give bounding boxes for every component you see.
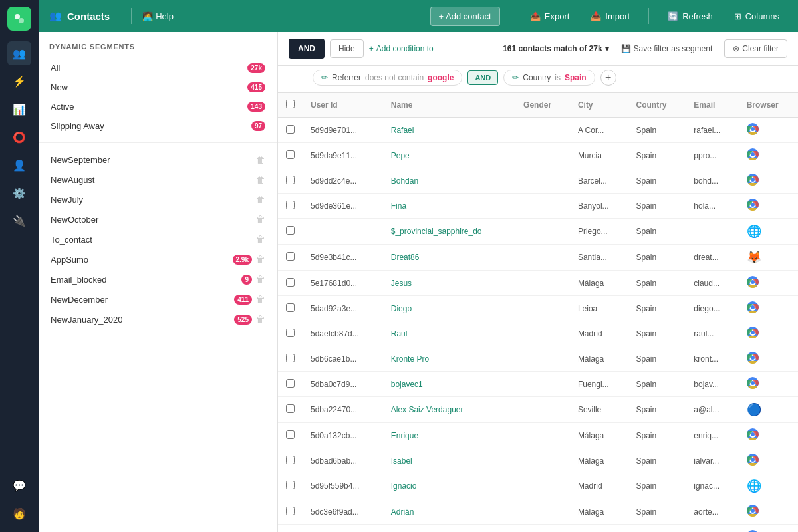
trash-icon[interactable]: 🗑 [256,234,265,245]
table-row: 5d0a132cb...EnriqueMálagaSpainenriq... [278,423,798,448]
help-link[interactable]: 🧑‍💻 Help [142,11,174,21]
table-row: 5dc54ede9...Send2meVigoSpainmart... [278,525,798,533]
cell-name[interactable]: Enrique [383,423,515,448]
trash-icon[interactable]: 🗑 [256,194,265,205]
nav-contacts[interactable]: 👥 [7,41,31,65]
row-checkbox[interactable] [286,278,295,287]
svg-point-1 [19,18,24,23]
add-condition-button[interactable]: + Add condition to [369,44,434,53]
chrome-icon [747,327,759,338]
cell-name[interactable]: Rafael [383,118,515,143]
row-checkbox[interactable] [286,176,295,184]
cell-gender [515,423,570,448]
row-checkbox[interactable] [286,150,295,159]
sidebar-item-newJuly[interactable]: NewJuly 🗑 [44,190,272,209]
sidebar-item-newOctober[interactable]: NewOctober 🗑 [44,209,272,229]
nav-bolt[interactable]: ⚡ [7,69,31,93]
sidebar-item-email_blocked[interactable]: Email_blocked 9 🗑 [44,269,272,289]
cell-name[interactable]: $_provincial_sapphire_do [383,219,515,245]
cell-userid: 5d95f559b4... [303,473,383,499]
sidebar-item-to_contact[interactable]: To_contact 🗑 [44,229,272,249]
and-button[interactable]: AND [289,39,325,59]
table-row: 5daefcb87d...RaulMadridSpainraul... [278,321,798,346]
cell-name[interactable]: Jesus [383,271,515,296]
refresh-button[interactable]: 🔄 Refresh [660,7,721,25]
trash-icon[interactable]: 🗑 [256,154,265,165]
table-row: 5dc3e6f9ad...AdriánMálagaSpainaorte... [278,499,798,525]
sidebar-item-newDecember[interactable]: NewDecember 411 🗑 [44,289,272,309]
nav-chart[interactable]: 📊 [7,97,31,121]
trash-icon[interactable]: 🗑 [256,274,265,285]
sidebar-item-newJanuary[interactable]: NewJanuary_2020 525 🗑 [44,309,272,329]
content-area: AND Hide + Add condition to 161 contacts… [278,32,798,532]
row-checkbox[interactable] [286,125,295,134]
row-checkbox[interactable] [286,201,295,209]
cell-name[interactable]: Isabel [383,448,515,473]
nav-plugin[interactable]: 🔌 [7,209,31,233]
condition-referrer[interactable]: ✏ Referrer does not contain google [313,70,462,86]
trash-icon[interactable]: 🗑 [256,294,265,305]
clear-filter-button[interactable]: ⊗ Clear filter [724,39,787,58]
trash-icon[interactable]: 🗑 [256,174,265,185]
sidebar-item-active[interactable]: Active 143 [44,97,272,116]
select-all-checkbox[interactable] [286,100,295,108]
sidebar-item-new[interactable]: New 415 [44,78,272,97]
cell-name[interactable]: Bohdan [383,168,515,194]
columns-button[interactable]: ⊞ Columns [726,7,787,25]
sidebar-item-all[interactable]: All 27k [44,59,272,78]
cell-name[interactable]: Fina [383,194,515,219]
col-browser: Browser [739,93,798,118]
select-all-header[interactable] [278,93,303,118]
hide-button[interactable]: Hide [330,39,364,58]
cell-name[interactable]: Ignacio [383,473,515,499]
add-condition-pill-button[interactable]: + [600,70,616,86]
cell-name[interactable]: Send2me [383,525,515,533]
condition-country[interactable]: ✏ Country is Spain [503,70,595,86]
cell-name[interactable]: bojavec1 [383,372,515,397]
row-checkbox[interactable] [286,456,295,464]
trash-icon[interactable]: 🗑 [256,314,265,325]
nav-users[interactable]: 👤 [7,153,31,177]
nav-settings[interactable]: ⚙️ [7,181,31,205]
sidebar-item-newSeptember[interactable]: NewSeptember 🗑 [44,150,272,170]
cell-name[interactable]: Alex Saiz Verdaguer [383,397,515,423]
cell-country: Spain [628,397,686,423]
row-checkbox[interactable] [286,430,295,439]
table-row: 5dbad6bab...IsabelMálagaSpainialvar... [278,448,798,473]
table-row: 5dad92a3e...DiegoLeioaSpaindiego... [278,296,798,321]
row-checkbox[interactable] [286,354,295,362]
trash-icon[interactable]: 🗑 [256,254,265,265]
sidebar-item-newAugust[interactable]: NewAugust 🗑 [44,170,272,190]
import-button[interactable]: 📥 Import [583,7,638,25]
nav-avatar[interactable]: 🧑 [7,501,31,525]
row-checkbox[interactable] [286,379,295,388]
row-checkbox[interactable] [286,329,295,337]
nav-circle[interactable]: ⭕ [7,125,31,149]
row-checkbox[interactable] [286,303,295,312]
app-logo [7,7,31,31]
row-checkbox[interactable] [286,226,295,235]
sidebar-item-slipping[interactable]: Slipping Away 97 [44,116,272,136]
cell-name[interactable]: Dreat86 [383,245,515,271]
clear-icon: ⊗ [733,44,739,53]
table-header-row: User Id Name Gender City Country Email B… [278,93,798,118]
row-checkbox[interactable] [286,507,295,515]
col-city: City [570,93,628,118]
cell-name[interactable]: Pepe [383,143,515,168]
nav-chat[interactable]: 💬 [7,473,31,497]
table-row: 5e17681d0...JesusMálagaSpainclaud... [278,271,798,296]
sidebar-item-appsumo[interactable]: AppSumo 2.9k 🗑 [44,249,272,269]
cell-name[interactable]: Kronte Pro [383,346,515,372]
cell-email: hola... [686,194,738,219]
cell-name[interactable]: Raul [383,321,515,346]
cell-name[interactable]: Adrián [383,499,515,525]
row-checkbox[interactable] [286,481,295,489]
cell-name[interactable]: Diego [383,296,515,321]
row-checkbox[interactable] [286,404,295,413]
cell-gender [515,143,570,168]
add-contact-button[interactable]: + Add contact [430,7,500,26]
export-button[interactable]: 📤 Export [522,7,578,25]
row-checkbox[interactable] [286,252,295,261]
trash-icon[interactable]: 🗑 [256,214,265,225]
save-segment-button[interactable]: 💾 Save filter as segment [614,40,720,57]
